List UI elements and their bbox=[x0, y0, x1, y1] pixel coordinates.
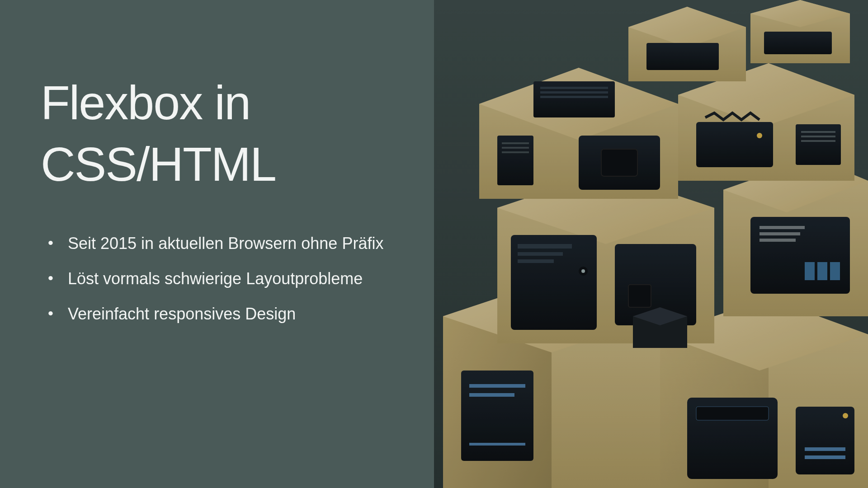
list-item: Vereinfacht responsives Design bbox=[45, 301, 398, 327]
list-item: Seit 2015 in aktuellen Browsern ohne Prä… bbox=[45, 231, 398, 256]
list-item: Löst vormals schwierige Layoutprobleme bbox=[45, 266, 398, 291]
stacked-boxes-illustration bbox=[434, 0, 868, 488]
svg-rect-66 bbox=[434, 0, 868, 488]
slide-text-panel: Flexbox in CSS/HTML Seit 2015 in aktuell… bbox=[0, 0, 434, 488]
slide-image-panel bbox=[434, 0, 868, 488]
slide-title: Flexbox in CSS/HTML bbox=[41, 72, 398, 195]
slide-bullet-list: Seit 2015 in aktuellen Browsern ohne Prä… bbox=[41, 231, 398, 326]
